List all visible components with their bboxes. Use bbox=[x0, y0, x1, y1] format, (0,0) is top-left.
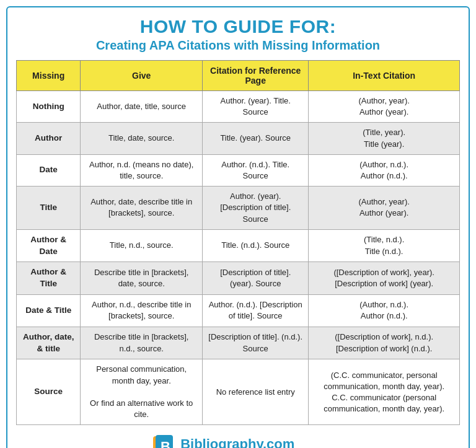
cell-give: Author, n.d. (means no date), title, sou… bbox=[81, 154, 203, 186]
cell-intext: (Author, year). Author (year). bbox=[309, 91, 460, 123]
cell-missing: Title bbox=[17, 187, 81, 230]
table-row: Author, date, & titleDescribe title in [… bbox=[17, 327, 460, 359]
footer-text: Bibliography.com TEACHER APPROVED. STUDE… bbox=[180, 436, 324, 448]
cell-missing: Date bbox=[17, 154, 81, 186]
cell-missing: Nothing bbox=[17, 91, 81, 123]
main-title: HOW TO GUIDE FOR: bbox=[16, 16, 460, 37]
col-intext: In-Text Citation bbox=[309, 61, 460, 91]
cell-missing: Author bbox=[17, 123, 81, 154]
cell-citation: Author. (n.d.). [Description of title]. … bbox=[203, 295, 309, 327]
col-give: Give bbox=[81, 61, 203, 91]
sub-title: Creating APA Citations with Missing Info… bbox=[16, 38, 460, 53]
cell-give: Describe title in [brackets], n.d., sour… bbox=[81, 327, 203, 359]
cell-give: Title, n.d., source. bbox=[81, 229, 203, 262]
cell-missing: Date & Title bbox=[17, 295, 81, 327]
cell-give: Author, date, describe title in [bracket… bbox=[81, 187, 203, 230]
table-row: NothingAuthor, date, title, sourceAuthor… bbox=[17, 91, 460, 123]
cell-intext: (Author, year). Author (year). bbox=[309, 187, 460, 230]
table-row: Author & TitleDescribe title in [bracket… bbox=[17, 262, 460, 295]
table-row: DateAuthor, n.d. (means no date), title,… bbox=[17, 154, 460, 186]
cell-intext: ([Description of work], n.d.). [Descript… bbox=[309, 327, 460, 359]
cell-missing: Author, date, & title bbox=[17, 327, 81, 359]
cell-citation: Author. (n.d.). Title. Source bbox=[203, 154, 309, 186]
footer: B Bibliography.com TEACHER APPROVED. STU… bbox=[16, 434, 460, 448]
cell-give: Title, date, source. bbox=[81, 123, 203, 154]
table-row: Date & TitleAuthor, n.d., describe title… bbox=[17, 295, 460, 327]
cell-intext: (C.C. communicator, personal communicati… bbox=[309, 359, 460, 425]
cell-intext: (Author, n.d.). Author (n.d.). bbox=[309, 154, 460, 186]
table-header-row: Missing Give Citation for Reference Page… bbox=[17, 61, 460, 91]
cell-give: Author, n.d., describe title in [bracket… bbox=[81, 295, 203, 327]
cell-missing: Author & Date bbox=[17, 229, 81, 262]
cell-intext: (Title, year). Title (year). bbox=[309, 123, 460, 154]
col-missing: Missing bbox=[17, 61, 81, 91]
table-row: SourcePersonal communication, month day,… bbox=[17, 359, 460, 425]
cell-citation: Title. (n.d.). Source bbox=[203, 229, 309, 262]
cell-citation: [Description of title]. (year). Source bbox=[203, 262, 309, 295]
svg-text:B: B bbox=[161, 439, 170, 448]
cell-citation: No reference list entry bbox=[203, 359, 309, 425]
cell-citation: Author. (year). Title. Source bbox=[203, 91, 309, 123]
bibliography-logo-icon: B bbox=[152, 434, 175, 448]
cell-missing: Source bbox=[17, 359, 81, 425]
table-row: AuthorTitle, date, source.Title. (year).… bbox=[17, 123, 460, 154]
footer-site: Bibliography.com bbox=[180, 436, 294, 448]
cell-citation: [Description of title]. (n.d.). Source bbox=[203, 327, 309, 359]
table-row: Author & DateTitle, n.d., source.Title. … bbox=[17, 229, 460, 262]
apa-table: Missing Give Citation for Reference Page… bbox=[16, 60, 460, 425]
cell-intext: (Author, n.d.). Author (n.d.). bbox=[309, 295, 460, 327]
cell-intext: ([Description of work], year). [Descript… bbox=[309, 262, 460, 295]
cell-intext: (Title, n.d.). Title (n.d.). bbox=[309, 229, 460, 262]
cell-missing: Author & Title bbox=[17, 262, 81, 295]
cell-give: Describe title in [brackets], date, sour… bbox=[81, 262, 203, 295]
main-container: HOW TO GUIDE FOR: Creating APA Citations… bbox=[6, 6, 470, 448]
table-row: TitleAuthor, date, describe title in [br… bbox=[17, 187, 460, 230]
col-citation: Citation for Reference Page bbox=[203, 61, 309, 91]
cell-citation: Author. (year). [Description of title]. … bbox=[203, 187, 309, 230]
cell-give: Personal communication, month day, year.… bbox=[81, 359, 203, 425]
cell-citation: Title. (year). Source bbox=[203, 123, 309, 154]
cell-give: Author, date, title, source bbox=[81, 91, 203, 123]
